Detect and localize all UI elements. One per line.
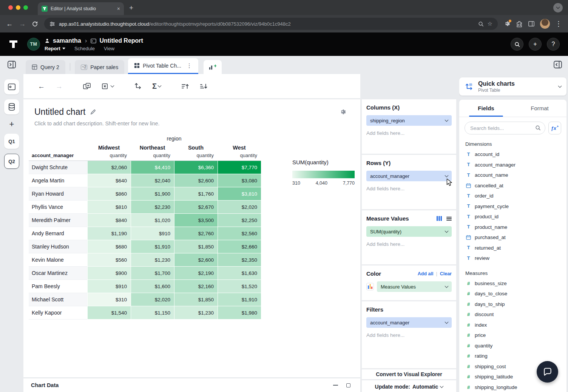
heatmap-cell[interactable]: $7,770	[218, 161, 261, 174]
menu-report[interactable]: Report	[45, 46, 65, 51]
convert-to-visual-explorer-button[interactable]: Convert to Visual Explorer	[362, 369, 456, 379]
row-label[interactable]: Oscar Martinez	[29, 267, 87, 280]
field-item[interactable]: Tproduct_name	[459, 222, 566, 233]
heatmap-cell[interactable]: $310	[87, 293, 131, 306]
heatmap-cell[interactable]: $6,360	[174, 161, 218, 174]
heatmap-cell[interactable]: $1,600	[131, 280, 174, 293]
collapse-drawer-icon[interactable]	[333, 385, 338, 386]
search-button[interactable]	[511, 38, 523, 51]
browser-back-icon[interactable]: ←	[6, 20, 13, 27]
field-item[interactable]: Taccount_id	[459, 149, 566, 160]
chart-title[interactable]: Untitled chart	[34, 107, 86, 117]
rail-q2-button[interactable]: Q2	[4, 154, 19, 169]
fullscreen-window-icon[interactable]	[23, 5, 28, 10]
tab-paper-sales[interactable]: ~2 Paper sales	[75, 60, 124, 74]
field-item[interactable]: purchased_at	[459, 232, 566, 243]
field-item[interactable]: #quantity	[459, 341, 566, 351]
row-label[interactable]: Andy Bernard	[29, 227, 87, 240]
aggregate-sigma-icon[interactable]: Σ	[152, 82, 161, 90]
heatmap-cell[interactable]: $2,250	[218, 214, 261, 227]
measure-dropzone[interactable]: Add fields here...	[366, 241, 452, 247]
heatmap-cell[interactable]: $3,080	[218, 174, 261, 187]
color-field-pill[interactable]: Measure Values	[377, 281, 452, 292]
row-label[interactable]: Angela Martin	[29, 174, 87, 187]
heatmap-cell[interactable]: $1,980	[218, 306, 261, 319]
heatmap-cell[interactable]: $1,760	[174, 187, 218, 201]
columns-dropzone[interactable]: Add fields here...	[366, 130, 452, 136]
collapse-right-panel-icon[interactable]	[554, 61, 562, 70]
row-field-header[interactable]: account_manager	[29, 135, 87, 161]
field-item[interactable]: cancelled_at	[459, 181, 566, 191]
field-item[interactable]: Treview	[459, 253, 566, 264]
color-add-all-link[interactable]: Add all	[418, 271, 434, 276]
heatmap-cell[interactable]: $2,040	[131, 174, 174, 187]
field-item[interactable]: #discount	[459, 309, 566, 320]
heatmap-cell[interactable]: $4,410	[131, 161, 174, 174]
chart-data-label[interactable]: Chart Data	[31, 382, 59, 388]
tab-fields[interactable]: Fields	[459, 100, 513, 117]
search-fields-input[interactable]	[465, 122, 545, 134]
user-name[interactable]: samantha	[53, 37, 81, 44]
browser-reload-icon[interactable]	[32, 21, 38, 27]
rail-report-button[interactable]	[4, 79, 19, 94]
measure-field-pill[interactable]: SUM(quantity)	[366, 226, 452, 237]
rows-field-pill[interactable]: account_manager	[366, 171, 452, 181]
heatmap-cell[interactable]: $2,670	[174, 201, 218, 214]
collapse-left-panel-icon[interactable]	[8, 61, 16, 70]
field-item[interactable]: Treturned_at	[459, 243, 566, 253]
add-visualization-tab[interactable]	[204, 60, 222, 74]
redo-icon[interactable]: →	[56, 83, 63, 90]
row-label[interactable]: Kevin Malone	[29, 253, 87, 267]
field-item[interactable]: #rating	[459, 351, 566, 361]
heatmap-cell[interactable]: $1,230	[174, 306, 218, 319]
field-item[interactable]: #days_to_ship	[459, 299, 566, 310]
remove-card-icon[interactable]	[102, 83, 114, 90]
heatmap-cell[interactable]: $900	[87, 267, 131, 280]
heatmap-cell[interactable]: $2,600	[174, 174, 218, 187]
bookmark-star-icon[interactable]: ☆	[488, 20, 492, 27]
undo-icon[interactable]: ←	[38, 83, 45, 90]
rows-dropzone[interactable]: Add fields here...	[366, 186, 452, 191]
heatmap-cell[interactable]: $3,500	[174, 214, 218, 227]
row-label[interactable]: Pam Beesly	[29, 280, 87, 293]
heatmap-cell[interactable]: $2,160	[174, 280, 218, 293]
heatmap-cell[interactable]: $910	[87, 280, 131, 293]
filters-dropzone[interactable]: Add fields here...	[366, 332, 452, 338]
field-item[interactable]: #shipping_longitude	[459, 382, 566, 392]
heatmap-cell[interactable]: $1,150	[131, 306, 174, 319]
transpose-icon[interactable]	[134, 82, 142, 90]
heatmap-cell[interactable]: $910	[131, 227, 174, 240]
edit-title-pencil-icon[interactable]	[90, 109, 96, 115]
sort-ascending-icon[interactable]	[181, 83, 189, 90]
field-item[interactable]: Tpayment_cycle	[459, 201, 566, 212]
menu-schedule[interactable]: Schedule	[74, 46, 95, 51]
row-label[interactable]: Stanley Hudson	[29, 240, 87, 253]
row-label[interactable]: Dwight Schrute	[29, 161, 87, 174]
zoom-icon[interactable]	[478, 21, 484, 27]
sort-descending-icon[interactable]	[200, 83, 208, 90]
workspace-avatar[interactable]: TM	[27, 38, 40, 51]
thoughtspot-logo-icon[interactable]	[8, 39, 19, 49]
heatmap-cell[interactable]: $1,630	[218, 267, 261, 280]
filters-field-pill[interactable]: account_manager	[366, 317, 452, 328]
field-item[interactable]: Taccount_name	[459, 170, 566, 181]
tab-search-chevron-icon[interactable]	[553, 3, 563, 12]
field-item[interactable]: #days_to_close	[459, 289, 566, 299]
browser-forward-icon[interactable]: →	[19, 20, 26, 27]
help-button[interactable]: ?	[547, 38, 560, 51]
heatmap-cell[interactable]: $2,560	[218, 227, 261, 240]
heatmap-cell[interactable]: $2,230	[131, 201, 174, 214]
row-label[interactable]: Meredith Palmer	[29, 214, 87, 227]
row-label[interactable]: Michael Scott	[29, 293, 87, 306]
heatmap-cell[interactable]: $2,190	[174, 267, 218, 280]
formula-button[interactable]: ƒx+	[548, 122, 561, 134]
heatmap-cell[interactable]: $2,600	[174, 253, 218, 267]
heatmap-cell[interactable]: $680	[87, 240, 131, 253]
add-card-icon[interactable]	[83, 83, 91, 90]
color-clear-link[interactable]: Clear	[440, 271, 452, 276]
field-item[interactable]: Tproduct_id	[459, 211, 566, 222]
tab-menu-kebab-icon[interactable]: ⋮	[187, 62, 192, 69]
add-button[interactable]: +	[529, 38, 542, 51]
tab-query2[interactable]: Query 2	[26, 60, 65, 74]
color-palette-icon[interactable]	[366, 283, 374, 290]
